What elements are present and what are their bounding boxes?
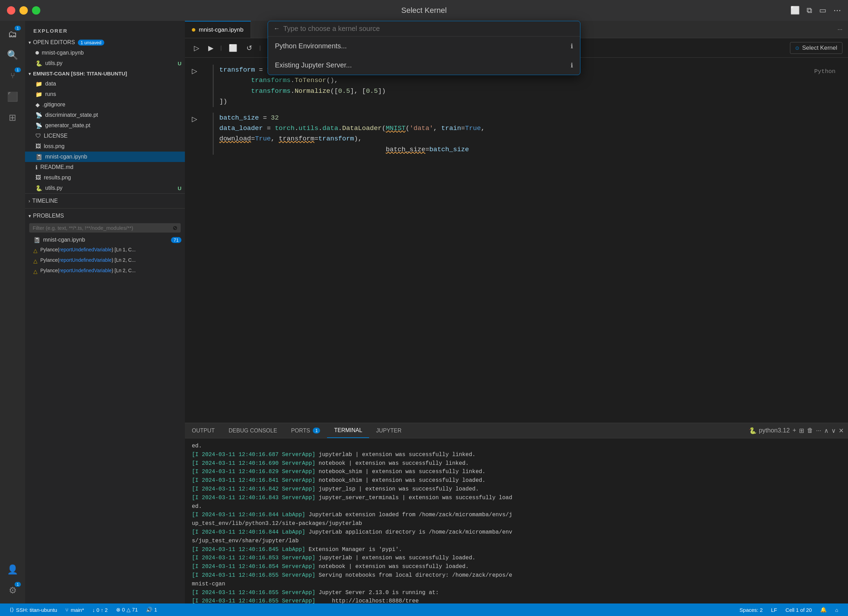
kernel-dropdown[interactable]: ← Python Environments... ℹ Existing Jupy…: [268, 21, 580, 75]
file-discriminator[interactable]: 📡 discriminator_state.pt: [25, 110, 185, 120]
add-terminal-icon[interactable]: +: [792, 427, 796, 434]
minimize-button[interactable]: [19, 6, 28, 15]
file-generator[interactable]: 📡 generator_state.pt: [25, 120, 185, 131]
cell-run-button-1[interactable]: ▷: [192, 67, 197, 75]
titlebar-actions: ⬜ ⧉ ▭ ⋯: [790, 6, 841, 15]
restart-button[interactable]: ↺: [243, 42, 256, 54]
problem-item-1[interactable]: △ Pylance(reportUndefinedVariable) [Ln 1…: [25, 245, 185, 255]
folder-runs-label: runs: [45, 91, 56, 97]
info-icon-1[interactable]: ℹ: [571, 42, 573, 50]
problems-filter-input[interactable]: [33, 225, 173, 231]
problem-item-2[interactable]: △ Pylance(reportUndefinedVariable) [Ln 2…: [25, 255, 185, 266]
status-issues[interactable]: ⊗ 0 △ 71: [112, 604, 142, 616]
cell-run-button-2[interactable]: ▷: [192, 115, 197, 123]
kernel-search-input[interactable]: [283, 25, 574, 33]
close-panel-icon[interactable]: ✕: [839, 427, 844, 435]
filter-icon: ⊘: [173, 224, 177, 231]
tab-notebook[interactable]: mnist-cgan.ipynb: [185, 21, 251, 38]
tab-output[interactable]: OUTPUT: [185, 423, 222, 438]
window-controls[interactable]: [7, 6, 40, 15]
activity-explorer[interactable]: 🗂 1: [3, 24, 22, 44]
status-cell[interactable]: Cell 1 of 20: [781, 607, 816, 613]
split-editor-icon[interactable]: ⧉: [806, 6, 812, 15]
window-title: Select Kernel: [402, 6, 447, 15]
search-icon: 🔍: [7, 50, 18, 61]
folder-data-label: data: [45, 81, 56, 87]
select-kernel-button[interactable]: ⊙ Select Kernel: [790, 42, 842, 54]
file-utils-label: utils.py: [45, 185, 62, 191]
more-terminal-icon[interactable]: ···: [816, 427, 821, 434]
code-line: data_loader = torch.utils.data.DataLoade…: [219, 123, 841, 134]
chevron-up-icon[interactable]: ∧: [824, 427, 829, 435]
file-gitignore[interactable]: ◆ .gitignore: [25, 99, 185, 110]
problem-count: 71: [171, 237, 181, 243]
folder-section[interactable]: ▾ EMNIST-CGAN [SSH: TITAN-UBUNTU]: [25, 68, 185, 79]
close-button[interactable]: [7, 6, 15, 15]
status-ssh-label: SSH: titan-ubuntu: [16, 607, 57, 613]
open-editors-section[interactable]: ▾ OPEN EDITORS 1 unsaved: [25, 37, 185, 47]
info-icon-2[interactable]: ℹ: [571, 62, 573, 69]
tab-debug-console[interactable]: DEBUG CONSOLE: [222, 423, 284, 438]
more-tabs-icon[interactable]: ···: [838, 26, 842, 33]
folder-runs[interactable]: 📁 runs: [25, 89, 185, 99]
status-bar: ⟨⟩ SSH: titan-ubuntu ⑂ main* ↓ 0 ↑ 2 ⊗ 0…: [0, 604, 848, 616]
problem-item-3[interactable]: △ Pylance(reportUndefinedVariable) [Ln 2…: [25, 266, 185, 276]
run-all-button[interactable]: ▷: [190, 42, 203, 54]
layout-icon[interactable]: ⬜: [790, 6, 800, 15]
status-audio[interactable]: 🔊 1: [142, 604, 161, 616]
notebook-icon: 📓: [36, 154, 42, 160]
status-ssh[interactable]: ⟨⟩ SSH: titan-ubuntu: [6, 604, 61, 616]
port-icon: ⌂: [835, 607, 838, 613]
kill-terminal-icon[interactable]: 🗑: [807, 427, 813, 434]
status-branch[interactable]: ⑂ main*: [61, 604, 88, 616]
status-port[interactable]: ⌂: [831, 607, 842, 613]
back-icon[interactable]: ←: [274, 25, 280, 32]
status-encoding[interactable]: LF: [767, 607, 781, 613]
tab-terminal[interactable]: TERMINAL: [327, 423, 369, 438]
folder-data[interactable]: 📁 data: [25, 79, 185, 89]
interrupt-button[interactable]: ⬜: [225, 42, 241, 54]
kernel-search-bar[interactable]: ←: [268, 21, 580, 37]
kernel-option-jupyter-server[interactable]: Existing Jupyter Server... ℹ: [268, 56, 580, 75]
status-spaces[interactable]: Spaces: 2: [735, 607, 767, 613]
split-terminal-icon[interactable]: ⊞: [799, 427, 804, 435]
file-notebook[interactable]: 📓 mnist-cgan.ipynb: [25, 151, 185, 162]
chevron-down-icon-panel[interactable]: ∨: [831, 427, 836, 435]
timeline-header[interactable]: › TIMELINE: [25, 196, 185, 206]
more-icon[interactable]: ⋯: [833, 6, 841, 15]
tab-ports[interactable]: PORTS 1: [284, 423, 327, 438]
rss-icon2: 📡: [36, 122, 42, 129]
problems-header[interactable]: ▾ PROBLEMS: [25, 211, 185, 221]
file-readme[interactable]: ℹ README.md: [25, 162, 185, 172]
maximize-button[interactable]: [32, 6, 40, 15]
code-line: batch_size=batch_size: [219, 144, 841, 155]
activity-account[interactable]: 👤: [3, 560, 22, 579]
code-area[interactable]: ▷ transform = transforms.Compose([ trans…: [185, 58, 848, 423]
activity-source-control[interactable]: ⑂ 1: [3, 66, 22, 86]
file-utils[interactable]: 🐍 utils.py U: [25, 183, 185, 193]
kernel-option-python-env[interactable]: Python Environments... ℹ: [268, 37, 580, 56]
panel-icon[interactable]: ▭: [819, 6, 826, 15]
status-sync[interactable]: ↓ 0 ↑ 2: [88, 604, 112, 616]
file-license[interactable]: 🛡 LICENSE: [25, 131, 185, 141]
problem-notebook[interactable]: 📓 mnist-cgan.ipynb 71: [25, 235, 185, 245]
file-loss[interactable]: 🖼 loss.png: [25, 141, 185, 151]
activity-search[interactable]: 🔍: [3, 45, 22, 65]
run-button[interactable]: ▶: [205, 42, 217, 54]
cell-content-2[interactable]: batch_size = 32 data_loader = torch.util…: [213, 113, 841, 155]
activity-settings[interactable]: ⚙ 1: [3, 580, 22, 600]
tab-jupyter[interactable]: JUPYTER: [369, 423, 408, 438]
activity-run[interactable]: ⬛: [3, 87, 22, 106]
code-cell-2: ▷ batch_size = 32 data_loader = torch.ut…: [192, 113, 841, 155]
activity-extensions[interactable]: ⊞: [3, 108, 22, 127]
problems-filter-bar[interactable]: ⊘: [29, 223, 181, 233]
terminal-content[interactable]: ed. [I 2024-03-11 12:40:16.687 ServerApp…: [185, 438, 848, 604]
open-file-notebook[interactable]: mnist-cgan.ipynb: [25, 47, 185, 58]
cell-gutter-1: ▷: [192, 65, 213, 107]
status-bell[interactable]: 🔔: [816, 607, 831, 613]
file-results[interactable]: 🖼 results.png: [25, 172, 185, 183]
tab-actions: ···: [832, 21, 848, 38]
open-file-utils[interactable]: 🐍 utils.py U: [25, 58, 185, 68]
code-line: transforms.Normalize([0.5], [0.5]): [219, 86, 841, 96]
python-icon: 🐍: [36, 60, 42, 67]
